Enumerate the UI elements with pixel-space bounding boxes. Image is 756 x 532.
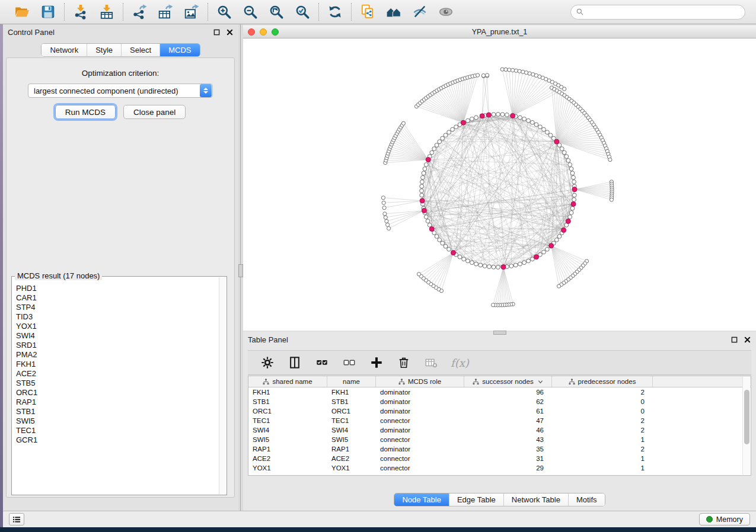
network-window-titlebar[interactable]: YPA_prune.txt_1 (243, 25, 756, 39)
table-scrollbar[interactable] (742, 377, 750, 475)
ring-node[interactable] (564, 155, 569, 159)
network-canvas[interactable] (243, 39, 756, 331)
save-icon[interactable] (39, 3, 57, 21)
ring-node[interactable] (546, 130, 550, 134)
ring-node[interactable] (518, 116, 522, 120)
memory-button[interactable]: Memory (699, 513, 750, 525)
mcds-hub-node[interactable] (534, 255, 539, 259)
splitter-grip[interactable] (238, 264, 243, 277)
mcds-result-node[interactable]: STB1 (16, 407, 219, 416)
mcds-result-node[interactable]: YOX1 (16, 322, 219, 331)
import-table-disabled-icon[interactable] (423, 355, 439, 370)
ring-node[interactable] (422, 171, 426, 175)
leaf-node[interactable] (511, 68, 515, 72)
ring-node[interactable] (462, 257, 466, 261)
table-row[interactable]: YOX1YOX1connector291 (248, 463, 751, 473)
ring-node[interactable] (522, 261, 527, 265)
tab-network-table[interactable]: Network Table (503, 493, 568, 506)
export-table-icon[interactable] (157, 3, 174, 21)
ring-node[interactable] (447, 130, 451, 134)
ring-node[interactable] (483, 264, 487, 268)
zoom-fit-icon[interactable] (267, 3, 285, 21)
ring-node[interactable] (570, 206, 575, 210)
ring-node[interactable] (562, 150, 566, 155)
mcds-hub-node[interactable] (572, 187, 577, 192)
mcds-result-list[interactable]: PHD1CAR1STP4TID3YOX1SWI4SRD1PMA2FKH1ACE2… (12, 278, 219, 495)
duplicate-network-icon[interactable] (359, 3, 377, 21)
leaf-node[interactable] (382, 201, 385, 204)
delete-column-icon[interactable] (396, 355, 412, 370)
leaf-node[interactable] (504, 68, 508, 71)
leaf-node[interactable] (382, 206, 386, 210)
leaf-node[interactable] (481, 73, 485, 77)
ring-node[interactable] (505, 113, 509, 117)
ring-node[interactable] (424, 163, 428, 167)
ring-node[interactable] (548, 133, 553, 137)
houses-icon[interactable] (385, 3, 403, 21)
table-row[interactable]: TEC1TEC1connector472 (248, 416, 751, 425)
ring-node[interactable] (538, 125, 543, 129)
ring-node[interactable] (554, 238, 559, 242)
criterion-dropdown[interactable]: largest connected component (undirected) (28, 84, 213, 98)
mcds-hub-node[interactable] (501, 265, 506, 270)
mcds-result-node[interactable]: CAR1 (16, 293, 219, 303)
mcds-hub-node[interactable] (480, 114, 484, 118)
leaf-node[interactable] (563, 87, 566, 91)
mcds-result-node[interactable]: ACE2 (16, 369, 219, 379)
mcds-result-node[interactable]: ORC1 (16, 388, 219, 398)
ring-node[interactable] (447, 247, 451, 251)
ring-node[interactable] (426, 219, 430, 223)
mcds-hub-node[interactable] (486, 113, 491, 117)
tab-edge-table[interactable]: Edge Table (449, 493, 503, 506)
leaf-node[interactable] (508, 68, 511, 72)
ring-node[interactable] (420, 184, 424, 188)
mcds-result-node[interactable]: STB5 (16, 379, 219, 388)
mcds-hub-node[interactable] (420, 198, 425, 203)
ring-node[interactable] (513, 263, 518, 267)
add-column-icon[interactable] (369, 355, 384, 370)
ring-node[interactable] (466, 259, 470, 263)
ring-node[interactable] (534, 123, 538, 127)
close-panel-icon[interactable] (225, 28, 234, 36)
ring-node[interactable] (451, 127, 455, 132)
horizontal-splitter-grip[interactable] (493, 331, 506, 335)
column-header-predecessor-nodes[interactable]: predecessor nodes (552, 376, 653, 387)
ring-node[interactable] (420, 180, 425, 184)
leaf-node[interactable] (514, 69, 518, 72)
leaf-node[interactable] (417, 273, 420, 276)
float-panel-icon[interactable] (212, 28, 221, 36)
search-box[interactable] (570, 5, 745, 20)
tab-select[interactable]: Select (121, 44, 160, 56)
vertical-splitter[interactable] (238, 24, 243, 511)
leaf-node[interactable] (608, 158, 612, 162)
ring-node[interactable] (474, 262, 479, 266)
ring-node[interactable] (496, 113, 500, 117)
tab-mcds[interactable]: MCDS (160, 44, 199, 56)
mcds-result-node[interactable]: PMA2 (16, 350, 219, 360)
mcds-result-node[interactable]: PHD1 (16, 284, 219, 293)
ring-node[interactable] (542, 127, 546, 132)
show-eye-icon[interactable] (437, 3, 455, 21)
ring-node[interactable] (518, 262, 522, 266)
mcds-hub-node[interactable] (566, 219, 570, 223)
leaf-node[interactable] (387, 226, 391, 230)
ring-node[interactable] (470, 117, 474, 121)
ring-node[interactable] (444, 244, 448, 248)
toggle-columns-icon[interactable] (287, 355, 302, 370)
column-header-name[interactable]: name (327, 376, 376, 387)
ring-node[interactable] (441, 241, 445, 245)
settings-gear-icon[interactable] (260, 355, 275, 370)
mcds-hub-node[interactable] (554, 139, 559, 144)
ring-node[interactable] (438, 238, 442, 242)
ring-node[interactable] (441, 136, 445, 140)
ring-node[interactable] (421, 175, 425, 180)
import-network-icon[interactable] (72, 3, 90, 21)
table-row[interactable]: ACE2ACE2connector311 (248, 454, 751, 463)
ring-node[interactable] (570, 171, 575, 175)
ring-node[interactable] (568, 215, 572, 219)
leaf-node[interactable] (381, 196, 385, 200)
column-header-successor-nodes[interactable]: successor nodes (464, 376, 552, 387)
ring-node[interactable] (572, 180, 576, 184)
mcds-hub-node[interactable] (571, 201, 576, 206)
leaf-node[interactable] (486, 73, 489, 77)
